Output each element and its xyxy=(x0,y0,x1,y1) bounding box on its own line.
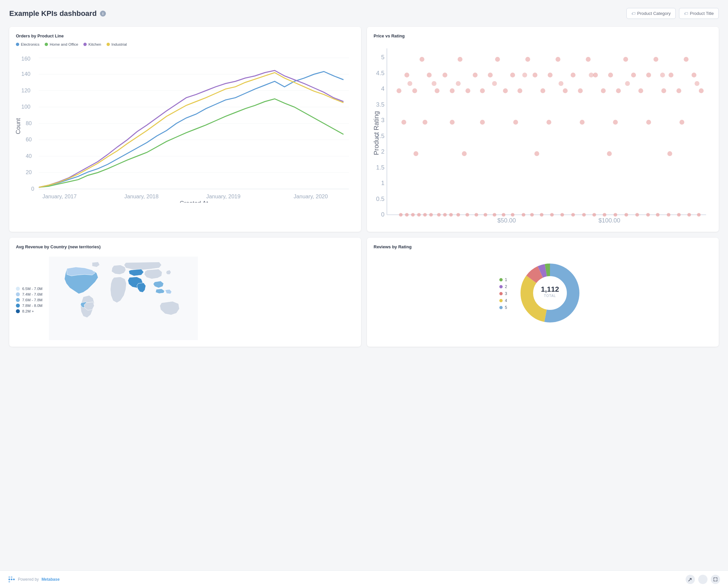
svg-point-92 xyxy=(526,57,530,62)
svg-point-153 xyxy=(8,581,10,583)
svg-text:January, 2020: January, 2020 xyxy=(293,193,328,199)
svg-point-116 xyxy=(401,120,406,125)
svg-point-105 xyxy=(623,57,628,62)
product-category-filter[interactable]: 🏷 Product Category xyxy=(626,8,676,19)
dashboard-container: Example KPIs dashboard i 🏷 Product Categ… xyxy=(0,0,728,570)
title-area: Example KPIs dashboard i xyxy=(9,9,106,18)
svg-point-80 xyxy=(435,88,440,93)
svg-text:0: 0 xyxy=(31,186,34,192)
svg-text:60: 60 xyxy=(26,136,32,142)
svg-point-104 xyxy=(616,88,621,93)
svg-text:4.5: 4.5 xyxy=(376,69,384,77)
night-mode-icon-btn[interactable] xyxy=(698,575,707,584)
svg-text:Product Rating: Product Rating xyxy=(374,111,380,155)
svg-text:3.5: 3.5 xyxy=(376,101,384,108)
legend-dot-industrial xyxy=(107,43,110,46)
svg-text:1: 1 xyxy=(381,180,384,186)
svg-point-41 xyxy=(399,213,403,216)
svg-text:20: 20 xyxy=(26,169,32,175)
svg-point-54 xyxy=(493,213,497,216)
donut-legend-dot-1 xyxy=(499,278,503,281)
svg-point-136 xyxy=(558,81,564,86)
svg-point-50 xyxy=(456,213,460,216)
charts-grid: Orders by Product Line Electronics Home … xyxy=(9,27,719,346)
map-legend-dot-1 xyxy=(16,287,20,291)
svg-text:3: 3 xyxy=(381,117,384,124)
line-chart-svg: 0 20 40 60 80 100 120 140 160 Count xyxy=(16,50,354,203)
svg-point-72 xyxy=(677,213,681,216)
info-icon[interactable]: i xyxy=(100,10,106,17)
svg-point-91 xyxy=(517,88,523,93)
svg-point-108 xyxy=(646,72,651,78)
svg-point-87 xyxy=(488,72,493,78)
legend-dot-home-office xyxy=(45,43,48,46)
svg-text:$100.00: $100.00 xyxy=(598,217,620,224)
svg-point-131 xyxy=(407,81,412,86)
svg-point-118 xyxy=(450,120,455,125)
fullscreen-icon xyxy=(713,577,718,582)
svg-point-61 xyxy=(560,213,564,216)
donut-legend: 1 2 3 4 5 xyxy=(499,277,507,310)
scatter-chart-card: Price vs Rating 0 0.5 1 1.5 2 2.5 3 3.5 … xyxy=(367,27,719,232)
line-chart-legend: Electronics Home and Office Kitchen Indu… xyxy=(16,42,354,46)
svg-text:$50.00: $50.00 xyxy=(498,217,516,224)
donut-legend-4: 4 xyxy=(499,298,507,303)
map-legend-dot-2 xyxy=(16,292,20,296)
map-legend-2: 7.4M - 7.6M xyxy=(16,292,42,296)
svg-point-43 xyxy=(411,213,415,216)
map-legend-dot-3 xyxy=(16,298,20,302)
map-legend-dot-5 xyxy=(16,309,20,313)
svg-text:January, 2018: January, 2018 xyxy=(125,193,158,199)
svg-point-89 xyxy=(503,88,508,93)
product-title-filter[interactable]: 🏷 Product Title xyxy=(679,8,719,19)
svg-point-62 xyxy=(571,213,575,216)
donut-total-number: 1,112 xyxy=(541,285,559,293)
map-legend-5: 8.2M + xyxy=(16,309,42,313)
svg-point-137 xyxy=(589,72,594,78)
svg-point-55 xyxy=(502,213,505,216)
filters-container: 🏷 Product Category 🏷 Product Title xyxy=(626,8,719,19)
svg-text:100: 100 xyxy=(22,104,31,110)
svg-point-117 xyxy=(423,120,427,125)
svg-point-76 xyxy=(404,72,409,78)
moon-icon xyxy=(701,577,705,582)
svg-point-59 xyxy=(540,213,543,216)
svg-point-100 xyxy=(586,57,591,62)
share-icon-btn[interactable] xyxy=(686,575,695,584)
svg-point-58 xyxy=(530,213,534,216)
svg-point-81 xyxy=(442,72,447,78)
svg-text:Created At: Created At xyxy=(180,200,208,203)
svg-point-67 xyxy=(624,213,628,216)
donut-legend-2: 2 xyxy=(499,285,507,289)
svg-point-140 xyxy=(694,81,700,86)
donut-total-label: TOTAL xyxy=(544,294,556,298)
metabase-brand-link[interactable]: Metabase xyxy=(41,577,60,582)
svg-point-127 xyxy=(462,151,467,156)
donut-chart-title: Reviews by Rating xyxy=(374,244,712,249)
svg-point-57 xyxy=(522,213,526,216)
svg-point-113 xyxy=(684,57,689,62)
map-chart-title: Avg Revenue by Country (new territories) xyxy=(16,244,354,249)
svg-point-129 xyxy=(607,151,612,156)
svg-text:Count: Count xyxy=(16,118,22,134)
svg-point-75 xyxy=(396,88,401,93)
svg-point-149 xyxy=(11,579,13,581)
svg-point-109 xyxy=(654,57,659,62)
svg-point-130 xyxy=(667,151,672,156)
svg-point-85 xyxy=(473,72,478,78)
map-legend-4: 7.8M - 8.0M xyxy=(16,303,42,308)
svg-point-88 xyxy=(495,57,500,62)
svg-text:40: 40 xyxy=(26,153,32,159)
donut-wrapper: 1,112 TOTAL xyxy=(513,257,587,331)
tag-icon-title: 🏷 xyxy=(684,11,688,16)
svg-point-115 xyxy=(699,88,704,93)
svg-point-101 xyxy=(593,72,598,78)
svg-point-111 xyxy=(668,72,674,78)
fullscreen-icon-btn[interactable] xyxy=(711,575,720,584)
svg-point-122 xyxy=(580,120,585,125)
svg-point-148 xyxy=(8,579,10,581)
svg-text:1.5: 1.5 xyxy=(376,164,384,171)
svg-point-119 xyxy=(480,120,485,125)
map-legend-3: 7.6M - 7.8M xyxy=(16,298,42,302)
svg-point-123 xyxy=(613,120,618,125)
